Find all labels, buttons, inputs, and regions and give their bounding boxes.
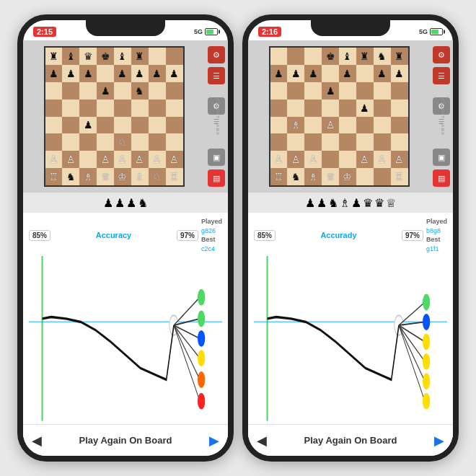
svg-point-27 (423, 353, 430, 370)
cell-r0c1: ♝ (62, 48, 79, 65)
cell-r1c2: ♟ (79, 65, 97, 82)
play-again-btn-1[interactable]: Play Again On Board (79, 435, 172, 446)
cell-r0c2: ♛ (79, 48, 97, 65)
cell-r7c1: ♞ (287, 168, 304, 185)
piece-r7c4: ♔ (118, 172, 127, 182)
cell-r6c0: ♙ (45, 151, 63, 168)
side-panel-1: ⚙ ☰ ⚙ ☰ BRIGHT LABS ▣ ▤ (205, 40, 228, 193)
notch-2 (311, 20, 390, 36)
cell-r6c5: ♙ (356, 151, 374, 168)
next-arrow-2[interactable]: ▶ (434, 433, 444, 449)
time-1: 2:15 (33, 27, 56, 37)
cell-r6c5: ♙ (131, 151, 149, 168)
prev-arrow-1[interactable]: ◀ (32, 433, 42, 449)
svg-point-24 (423, 294, 430, 311)
cell-r5c5 (131, 133, 149, 151)
piece-r5c4: ♘ (118, 137, 127, 147)
best-val-1: c2c4 (201, 244, 215, 254)
ctrl-bottom-4[interactable]: ▤ (433, 169, 450, 187)
cell-r5c3 (322, 133, 339, 151)
ctrl-bottom-2[interactable]: ▤ (208, 169, 225, 187)
cell-r3c2 (304, 100, 322, 117)
cell-r3c7 (166, 100, 183, 117)
svg-point-25 (423, 314, 430, 330)
cell-r7c2: ♗ (79, 168, 97, 185)
piece-r7c7: ♖ (395, 172, 404, 182)
prev-arrow-2[interactable]: ◀ (257, 433, 267, 449)
chess-area-2: ♚♝♜♞♜♟♟♟♟♟♟♟♟♗♙♙♙♙♙♙♙♖♞♗♕♔♖ ⚙ ☰ ⚙ ☰ BRIG… (248, 40, 453, 193)
acc-label-2: Accurady (320, 231, 356, 239)
best-title-2: Best (426, 235, 441, 244)
cell-r7c4: ♔ (339, 168, 356, 185)
cell-r2c4 (339, 82, 356, 100)
played-title-1: Played (201, 217, 222, 226)
ctrl-bottom-1[interactable]: ▣ (208, 149, 225, 166)
cell-r7c4: ♔ (114, 168, 131, 185)
piece-r1c0: ♟ (49, 69, 58, 79)
piece-r1c6: ♟ (152, 69, 162, 79)
menu-btn-1[interactable]: ☰ (208, 67, 225, 84)
piece-r6c2: ♙ (309, 154, 318, 164)
cell-r2c1 (62, 82, 79, 100)
cell-r2c0 (270, 82, 288, 100)
signal-2: 5G (419, 28, 428, 35)
cell-r1c3 (97, 65, 114, 82)
captured-piece: ♟ (317, 196, 327, 210)
cell-r5c2 (304, 133, 322, 151)
watermark-1: BRIGHT LABS (216, 98, 220, 136)
ctrl-bottom-3[interactable]: ▣ (433, 149, 450, 166)
cell-r0c4: ♝ (339, 48, 356, 65)
cell-r6c2: ♙ (304, 151, 322, 168)
phone-content-2: ♚♝♜♞♜♟♟♟♟♟♟♟♟♗♙♙♙♙♙♙♙♖♞♗♕♔♖ ⚙ ☰ ⚙ ☰ BRIG… (248, 40, 453, 456)
cell-r6c6: ♙ (149, 151, 166, 168)
play-again-btn-2[interactable]: Play Again On Board (304, 435, 397, 446)
piece-r0c0: ♜ (49, 51, 58, 61)
cell-r7c5 (356, 168, 374, 185)
cell-r6c1: ♙ (62, 151, 79, 168)
cell-r5c6 (149, 133, 166, 151)
played-title-2: Played (426, 217, 447, 226)
piece-r1c4: ♟ (343, 69, 352, 79)
next-arrow-1[interactable]: ▶ (209, 433, 219, 449)
notch-1 (86, 20, 165, 36)
battery-fill-1 (206, 30, 213, 34)
battery-fill-2 (431, 30, 438, 34)
cell-r5c4 (339, 133, 356, 151)
piece-r4c1: ♗ (291, 120, 301, 130)
piece-r0c3: ♚ (101, 51, 110, 61)
graph-svg-1 (29, 256, 222, 421)
settings-btn-1[interactable]: ⚙ (208, 46, 225, 63)
board-container-1: ♜♝♛♚♝♜♟♟♟♟♟♟♟♟♞♟♘♙♙♙♙♙♙♙♖♞♗♕♔♗♘♖ (23, 40, 205, 193)
cell-r5c7 (166, 133, 183, 151)
piece-r0c6: ♞ (377, 51, 387, 61)
cell-r7c2: ♗ (304, 168, 322, 185)
menu-btn-2[interactable]: ☰ (433, 67, 450, 84)
cell-r7c0: ♖ (270, 168, 288, 185)
captured-row-2: ♟♟♞♗♟♛♛♕ (248, 193, 453, 213)
cell-r1c0: ♟ (270, 65, 288, 82)
acc-left-2: 85% (254, 230, 276, 241)
captured-piece: ♛ (374, 196, 384, 210)
cell-r4c0 (270, 117, 288, 134)
cell-r4c4 (114, 117, 131, 134)
phone-content-1: ♜♝♛♚♝♜♟♟♟♟♟♟♟♟♞♟♘♙♙♙♙♙♙♙♖♞♗♕♔♗♘♖ ⚙ ☰ ⚙ ☰… (23, 40, 228, 456)
played-val-1: g826 (201, 226, 216, 236)
cell-r6c4: ♙ (114, 151, 131, 168)
piece-r6c7: ♙ (395, 154, 404, 164)
cell-r3c3 (97, 100, 114, 117)
piece-r6c0: ♙ (274, 154, 283, 164)
cell-r3c5: ♟ (356, 100, 374, 117)
played-info-1: Played g826 Best c2c4 (201, 217, 222, 253)
cell-r6c7: ♙ (166, 151, 183, 168)
svg-line-7 (174, 325, 200, 379)
cell-r4c5 (356, 117, 374, 134)
cell-r5c0 (270, 133, 288, 151)
cell-r0c1 (287, 48, 304, 65)
settings-btn-2[interactable]: ⚙ (433, 46, 450, 63)
cell-r1c5: ♟ (131, 65, 149, 82)
cell-r6c0: ♙ (270, 151, 288, 168)
cell-r6c3 (322, 151, 339, 168)
piece-r6c6: ♙ (377, 154, 387, 164)
cell-r1c1: ♟ (62, 65, 79, 82)
signal-1: 5G (194, 28, 203, 35)
